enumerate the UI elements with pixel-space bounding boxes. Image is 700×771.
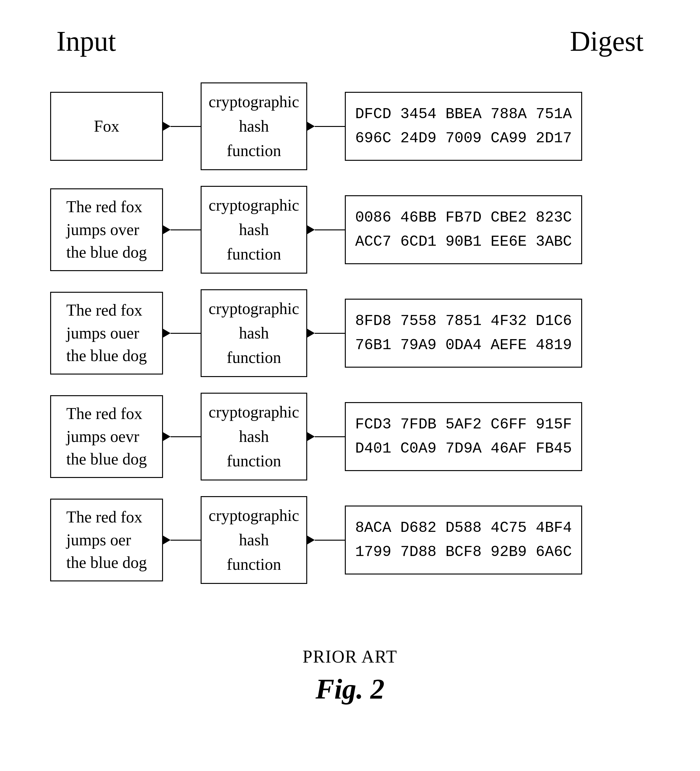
input-header: Input <box>57 25 116 57</box>
hash-box-5: cryptographic hash function <box>200 496 307 584</box>
arrow1-2 <box>163 225 200 234</box>
hash-box-4: cryptographic hash function <box>200 393 307 480</box>
hash-box-1: cryptographic hash function <box>200 83 307 170</box>
input-box-3: The red fox jumps ouer the blue dog <box>50 292 163 374</box>
arrow2-4 <box>307 432 345 441</box>
digest-box-1: DFCD 3454 BBEA 788A 751A696C 24D9 7009 C… <box>345 92 582 161</box>
flow-row-5: The red fox jumps oer the blue dogcrypto… <box>50 496 650 584</box>
arrow2-5 <box>307 536 345 544</box>
header-row: Input Digest <box>31 25 669 57</box>
flow-row-1: Foxcryptographic hash functionDFCD 3454 … <box>50 83 650 170</box>
page-container: Input Digest Foxcryptographic hash funct… <box>0 0 700 771</box>
input-box-4: The red fox jumps oevr the blue dog <box>50 395 163 478</box>
flow-row-3: The red fox jumps ouer the blue dogcrypt… <box>50 289 650 377</box>
digest-header: Digest <box>570 25 643 57</box>
input-box-1: Fox <box>50 92 163 161</box>
flow-row-2: The red fox jumps over the blue dogcrypt… <box>50 186 650 273</box>
arrow1-3 <box>163 329 200 338</box>
hash-box-3: cryptographic hash function <box>200 289 307 377</box>
flow-row-4: The red fox jumps oevr the blue dogcrypt… <box>50 393 650 480</box>
footer-area: PRIOR ART Fig. 2 <box>31 647 669 705</box>
digest-box-2: 0086 46BB FB7D CBE2 823CACC7 6CD1 90B1 E… <box>345 195 582 264</box>
arrow1-4 <box>163 432 200 441</box>
arrow1-1 <box>163 122 200 131</box>
diagram-area: Foxcryptographic hash functionDFCD 3454 … <box>50 83 650 584</box>
arrow2-2 <box>307 225 345 234</box>
digest-box-4: FCD3 7FDB 5AF2 C6FF 915FD401 C0A9 7D9A 4… <box>345 402 582 471</box>
input-box-5: The red fox jumps oer the blue dog <box>50 499 163 581</box>
digest-box-3: 8FD8 7558 7851 4F32 D1C676B1 79A9 0DA4 A… <box>345 299 582 368</box>
fig-label: Fig. 2 <box>315 673 384 705</box>
digest-box-5: 8ACA D682 D588 4C75 4BF41799 7D88 BCF8 9… <box>345 506 582 574</box>
input-box-2: The red fox jumps over the blue dog <box>50 189 163 271</box>
prior-art-label: PRIOR ART <box>303 647 397 667</box>
arrow2-1 <box>307 122 345 131</box>
arrow2-3 <box>307 329 345 338</box>
hash-box-2: cryptographic hash function <box>200 186 307 273</box>
arrow1-5 <box>163 536 200 544</box>
